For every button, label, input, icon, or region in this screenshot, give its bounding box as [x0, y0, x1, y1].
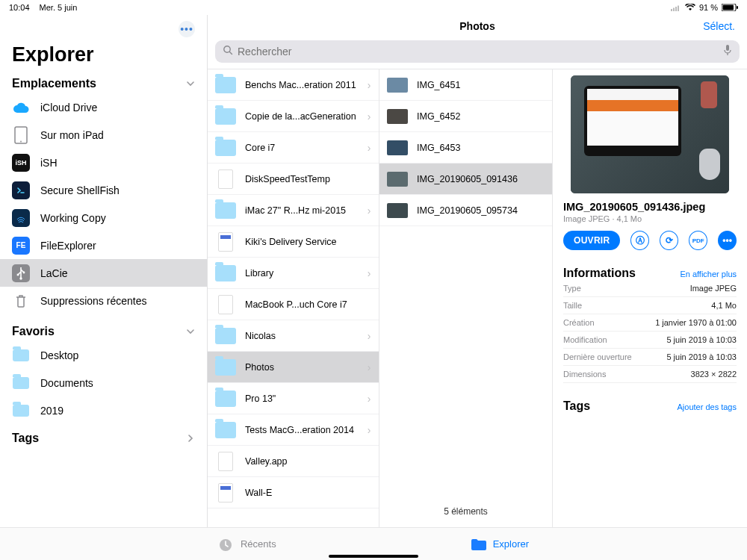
tab-recents[interactable]: Récents — [218, 538, 276, 551]
row-label: Library — [245, 268, 356, 279]
info-more-link[interactable]: En afficher plus — [680, 270, 737, 279]
info-key: Création — [563, 318, 595, 327]
mic-icon[interactable] — [723, 44, 732, 59]
section-emplacements-toggle[interactable]: Emplacements — [0, 75, 207, 93]
select-button[interactable]: Sélect. — [703, 20, 735, 32]
ellipsis-icon: ••• — [722, 235, 732, 246]
row-label: IMG_20190605_095734 — [417, 205, 546, 216]
svg-rect-14 — [726, 45, 729, 51]
sidebar: ••• Explorer Emplacements iCloud Drive S… — [0, 15, 208, 527]
svg-line-13 — [229, 52, 232, 54]
folder-row[interactable]: Photos› — [208, 352, 379, 383]
sidebar-more-button[interactable]: ••• — [179, 21, 195, 37]
folder-row[interactable]: Benchs Mac...eration 2011› — [208, 69, 379, 101]
row-label: iMac 27" R...Hz mi-2015 — [245, 205, 356, 216]
tab-explorer[interactable]: Explorer — [471, 538, 529, 551]
thumbnail-icon — [387, 172, 408, 187]
info-value: 1 janvier 1970 à 01:00 — [655, 318, 737, 327]
sidebar-item-workingcopy[interactable]: Working Copy — [0, 204, 207, 231]
search-icon — [223, 45, 233, 58]
chevron-right-icon: › — [365, 330, 373, 342]
folder-icon — [215, 140, 236, 156]
row-label: IMG_20190605_091436 — [417, 174, 546, 184]
folder-row[interactable]: MacBook P...uch Core i7 — [208, 289, 379, 320]
info-key: Taille — [563, 301, 582, 310]
section-tags-toggle[interactable]: Tags — [0, 424, 207, 445]
cloud-icon — [12, 99, 30, 116]
status-date: Mer. 5 juin — [40, 3, 78, 12]
folder-icon — [471, 538, 487, 551]
sidebar-fav-desktop[interactable]: Desktop — [0, 341, 207, 369]
row-label: MacBook P...uch Core i7 — [245, 299, 356, 310]
chevron-right-icon: › — [365, 361, 373, 373]
folder-row[interactable]: Wall-E — [208, 477, 379, 508]
tags-add-link[interactable]: Ajouter des tags — [678, 402, 737, 411]
svg-point-9 — [19, 277, 22, 279]
status-time: 10:04 — [9, 3, 30, 12]
rotate-button[interactable]: ⟳ — [660, 231, 678, 250]
tags-heading: Tags — [563, 399, 590, 413]
folder-icon — [12, 374, 30, 392]
home-indicator[interactable] — [329, 555, 418, 558]
sidebar-item-trash[interactable]: Suppressions récentes — [0, 287, 207, 314]
sidebar-item-ish[interactable]: iSH iSH — [0, 149, 207, 176]
sidebar-item-shellfish[interactable]: Secure ShellFish — [0, 176, 207, 204]
folder-icon — [215, 202, 236, 219]
folder-row[interactable]: Valley.app — [208, 446, 379, 477]
pdf-button[interactable]: PDF — [689, 231, 707, 250]
row-label: Pro 13" — [245, 393, 356, 404]
markup-icon: Ⓐ — [636, 234, 645, 247]
sidebar-item-fileexplorer[interactable]: FE FileExplorer — [0, 231, 207, 259]
search-bar[interactable] — [215, 40, 740, 63]
file-row[interactable]: IMG_6451 — [379, 69, 552, 101]
file-row[interactable]: IMG_6453 — [379, 132, 552, 164]
rotate-icon: ⟳ — [666, 235, 673, 246]
info-value: Image JPEG — [690, 284, 737, 293]
chevron-down-icon — [186, 327, 195, 336]
thumbnail-icon — [387, 140, 408, 155]
row-label: Wall-E — [245, 488, 356, 498]
search-input[interactable] — [238, 46, 719, 57]
thumbnail-icon — [387, 78, 408, 93]
chevron-right-icon: › — [365, 424, 373, 436]
file-row[interactable]: IMG_6452 — [379, 101, 552, 132]
markup-button[interactable]: Ⓐ — [630, 231, 649, 250]
open-button[interactable]: OUVRIR — [563, 231, 620, 250]
folder-row[interactable]: Core i7› — [208, 132, 379, 164]
preview-filename: IMG_20190605_091436.jpeg — [563, 201, 737, 213]
sidebar-item-lacie[interactable]: LaCie — [0, 259, 207, 287]
svg-point-8 — [20, 140, 22, 142]
row-label: Benchs Mac...eration 2011 — [245, 80, 356, 90]
preview-image[interactable] — [571, 75, 729, 193]
sidebar-fav-2019[interactable]: 2019 — [0, 396, 207, 424]
folder-row[interactable]: Copie de la...acGeneration› — [208, 101, 379, 132]
folder-row[interactable]: Nicolas› — [208, 320, 379, 352]
chevron-right-icon: › — [365, 205, 373, 217]
file-row[interactable]: IMG_20190605_091436 — [379, 164, 552, 195]
info-heading: Informations — [563, 267, 636, 280]
svg-rect-0 — [671, 9, 672, 11]
info-key: Dernière ouverture — [563, 352, 632, 361]
svg-rect-6 — [737, 6, 738, 9]
more-actions-button[interactable]: ••• — [718, 231, 737, 250]
row-label: Kiki's Delivery Service — [245, 237, 356, 247]
sidebar-item-icloud[interactable]: iCloud Drive — [0, 93, 207, 121]
folder-row[interactable]: Library› — [208, 258, 379, 289]
row-label: IMG_6451 — [417, 80, 546, 90]
shellfish-icon — [12, 181, 30, 199]
sidebar-fav-documents[interactable]: Documents — [0, 369, 207, 396]
folder-row[interactable]: Tests MacG...eration 2014› — [208, 414, 379, 446]
svg-rect-2 — [675, 7, 677, 11]
folder-row[interactable]: iMac 27" R...Hz mi-2015› — [208, 195, 379, 226]
file-icon — [218, 169, 233, 189]
file-row[interactable]: IMG_20190605_095734 — [379, 195, 552, 226]
sidebar-item-ipad[interactable]: Sur mon iPad — [0, 121, 207, 149]
section-favoris-toggle[interactable]: Favoris — [0, 323, 207, 341]
status-bar: 10:04 Mer. 5 juin 91 % — [0, 0, 747, 15]
folder-row[interactable]: Pro 13"› — [208, 383, 379, 414]
folder-icon — [215, 359, 236, 376]
folder-row[interactable]: DiskSpeedTestTemp — [208, 164, 379, 195]
folder-row[interactable]: Kiki's Delivery Service — [208, 226, 379, 258]
movie-icon — [218, 483, 233, 503]
row-label: Nicolas — [245, 331, 356, 341]
